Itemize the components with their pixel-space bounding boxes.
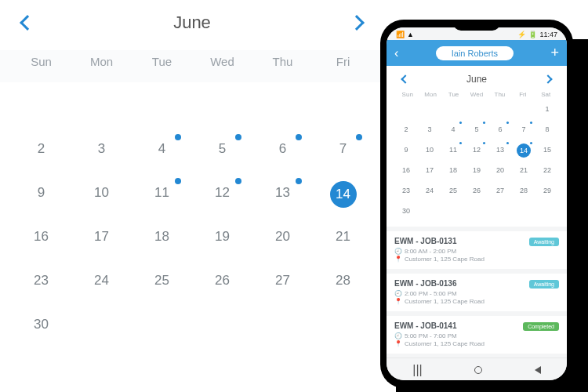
add-button[interactable]: + (550, 45, 559, 61)
job-card[interactable]: EWM - JOB-0141🕘5:00 PM - 7:00 PM📍Custome… (387, 316, 567, 354)
clock-icon: 🕘 (394, 248, 402, 255)
mobile-calendar-day (441, 205, 465, 217)
calendar-day[interactable]: 14 (313, 181, 373, 205)
mobile-calendar-day[interactable]: 14 (512, 143, 535, 156)
calendar-day (252, 313, 313, 336)
job-location-row: 📍Customer 1, 125 Cape Road (394, 340, 559, 347)
calendar-day[interactable]: 16 (11, 225, 71, 249)
mobile-calendar-day[interactable]: 1 (535, 103, 559, 115)
mobile-calendar-day[interactable]: 15 (535, 143, 559, 156)
status-time: 11:47 (539, 31, 557, 38)
calendar-day[interactable]: 19 (192, 225, 252, 249)
mobile-calendar-day[interactable]: 21 (512, 164, 535, 176)
job-card[interactable]: EWM - JOB-0136🕘2:00 PM - 5:00 PM📍Custome… (387, 274, 567, 311)
job-location-row: 📍Customer 1, 125 Cape Road (394, 298, 559, 305)
job-location-row: 📍Customer 1, 125 Cape Road (394, 256, 559, 263)
calendar-day[interactable]: 10 (71, 181, 132, 205)
prev-month-button[interactable] (20, 15, 35, 31)
calendar-day[interactable]: 24 (71, 269, 132, 292)
job-time-row: 🕘5:00 PM - 7:00 PM (394, 332, 559, 339)
mobile-calendar-day[interactable]: 8 (535, 123, 559, 136)
mobile-calendar-day[interactable]: 13 (488, 143, 512, 156)
mobile-calendar-day[interactable]: 6 (488, 123, 512, 136)
calendar-day[interactable]: 12 (192, 181, 252, 205)
calendar-day (252, 93, 313, 117)
mobile-calendar-day[interactable]: 10 (418, 143, 441, 156)
mobile-calendar-day[interactable]: 30 (394, 205, 418, 217)
clock-icon: 🕘 (394, 332, 402, 339)
event-dot-icon (459, 122, 462, 124)
event-dot-icon (235, 134, 241, 140)
recent-apps-button[interactable]: ||| (412, 363, 422, 377)
calendar-day[interactable]: 13 (252, 181, 313, 205)
event-dot-icon (483, 142, 485, 144)
calendar-day[interactable]: 25 (132, 269, 192, 292)
mobile-calendar-day[interactable]: 24 (418, 184, 441, 197)
next-month-button[interactable] (349, 15, 365, 31)
mobile-calendar-day[interactable]: 27 (488, 184, 512, 197)
calendar-day[interactable]: 26 (192, 269, 252, 292)
calendar-day[interactable]: 4 (132, 137, 192, 161)
status-badge: Awaiting (529, 238, 559, 246)
calendar-day[interactable]: 30 (11, 313, 71, 336)
mobile-calendar-day[interactable]: 3 (418, 123, 441, 136)
mobile-calendar-day (418, 103, 441, 115)
app-header: ‹ Iain Roberts + (387, 40, 567, 66)
mobile-calendar-day[interactable]: 19 (465, 164, 488, 176)
calendar-day[interactable]: 28 (313, 269, 373, 292)
calendar-day[interactable]: 9 (11, 181, 71, 205)
calendar-day[interactable]: 3 (71, 137, 132, 161)
mobile-calendar-day[interactable]: 29 (535, 184, 559, 197)
mobile-calendar-day[interactable]: 9 (394, 143, 418, 156)
mobile-calendar-day[interactable]: 7 (512, 123, 535, 136)
desktop-calendar: June SunMonTueWedThuFri 2345679101112131… (0, 0, 384, 347)
calendar-day (313, 313, 373, 336)
job-card[interactable]: EWM - JOB-0131🕘8:00 AM - 2:00 PM📍Custome… (387, 231, 567, 269)
home-button[interactable] (474, 366, 482, 374)
mobile-calendar-day[interactable]: 11 (441, 143, 465, 156)
event-dot-icon (296, 178, 302, 184)
mobile-calendar-day[interactable]: 16 (394, 164, 418, 176)
mobile-calendar-day[interactable]: 12 (465, 143, 488, 156)
calendar-day[interactable]: 6 (252, 137, 313, 161)
mobile-calendar-day[interactable]: 17 (418, 164, 441, 176)
pin-icon: 📍 (394, 298, 402, 305)
calendar-day[interactable]: 5 (192, 137, 252, 161)
calendar-day[interactable]: 2 (11, 137, 71, 161)
mobile-calendar-day[interactable]: 20 (488, 164, 512, 176)
clock-icon: 🕘 (394, 290, 402, 297)
wifi-icon: ▲ (407, 31, 414, 38)
mobile-calendar-day[interactable]: 22 (535, 164, 559, 176)
calendar-day[interactable]: 21 (313, 225, 373, 249)
mobile-calendar-day[interactable]: 4 (441, 123, 465, 136)
calendar-day[interactable]: 18 (132, 225, 192, 249)
mobile-calendar-day (465, 205, 488, 217)
mobile-calendar-day[interactable]: 2 (394, 123, 418, 136)
event-dot-icon (459, 142, 462, 144)
phone-notch (453, 20, 500, 31)
weekday-label: Thu (252, 55, 313, 68)
back-nav-button[interactable] (535, 366, 541, 374)
mobile-weekday-label: Tue (442, 91, 465, 98)
mobile-calendar-day[interactable]: 23 (394, 184, 418, 197)
mobile-calendar-day[interactable]: 25 (441, 184, 465, 197)
mobile-calendar-day[interactable]: 26 (465, 184, 488, 197)
calendar-day[interactable]: 20 (252, 225, 313, 249)
event-dot-icon (354, 180, 361, 186)
calendar-day[interactable]: 27 (252, 269, 313, 292)
mobile-calendar-day[interactable]: 18 (441, 164, 465, 176)
calendar-day[interactable]: 23 (11, 269, 71, 292)
calendar-day[interactable]: 17 (71, 225, 132, 249)
mobile-prev-month-button[interactable] (401, 74, 409, 83)
calendar-day[interactable]: 7 (313, 137, 373, 161)
mobile-calendar-day (512, 205, 535, 217)
mobile-calendar-day[interactable]: 5 (465, 123, 488, 136)
calendar-day[interactable]: 11 (132, 181, 192, 205)
user-pill[interactable]: Iain Roberts (436, 46, 514, 60)
back-button[interactable]: ‹ (394, 46, 398, 60)
mobile-next-month-button[interactable] (543, 74, 552, 83)
job-list: EWM - JOB-0131🕘8:00 AM - 2:00 PM📍Custome… (387, 227, 567, 358)
mobile-calendar-day[interactable]: 28 (512, 184, 535, 197)
mobile-weekday-row: SunMonTueWedThuFriSat (394, 91, 559, 103)
status-badge: Completed (523, 322, 559, 331)
